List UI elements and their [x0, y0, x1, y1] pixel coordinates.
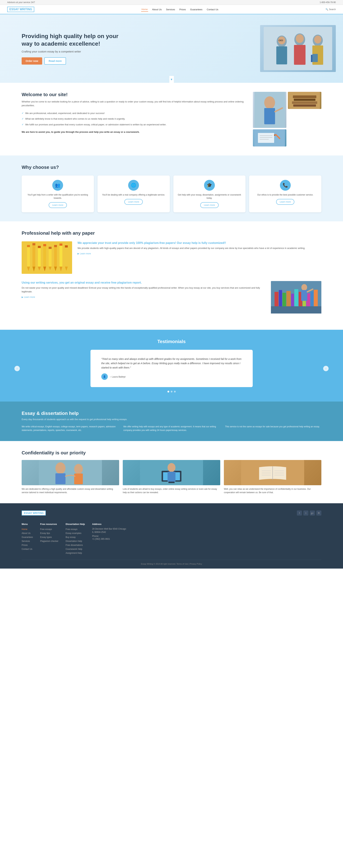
- footer-link-contact[interactable]: Contact Us: [22, 548, 32, 550]
- advisors-text: Advisors at your service 24/7: [7, 1, 35, 4]
- svg-rect-51: [65, 245, 68, 267]
- svg-rect-21: [292, 101, 317, 104]
- hero-people-image: [260, 25, 336, 72]
- hero-buttons: Order now Read more: [22, 57, 130, 65]
- why-card-3: 🎓 Get help with your essay, dissertation…: [173, 176, 246, 212]
- footer-logo-highlight: WRITING: [33, 512, 44, 515]
- welcome-intro: Whether you've come to our website looki…: [22, 100, 246, 107]
- order-now-button[interactable]: Order now: [22, 57, 42, 65]
- why-icon-3: 🎓: [204, 180, 215, 191]
- footer-address-line2: IL 60604-2542: [92, 531, 126, 533]
- why-cards: 👥 You'll get help from a writer with the…: [22, 176, 321, 212]
- footer-link-home[interactable]: Home: [22, 528, 27, 530]
- footer-link-coursework-help[interactable]: Coursework Help: [66, 548, 82, 550]
- footer-link-assignment-help[interactable]: Assignment Help: [66, 552, 82, 554]
- welcome-images: [253, 92, 321, 147]
- why-learn-more-1[interactable]: Learn more: [49, 202, 67, 208]
- why-learn-more-4[interactable]: Learn more: [276, 199, 294, 205]
- main-nav: Home About Us Services Prices Guarantees…: [141, 7, 219, 12]
- pro-link-1[interactable]: ▶ Learn more: [77, 252, 305, 255]
- why-icon-1: 👥: [52, 180, 63, 191]
- read-more-button[interactable]: Read more: [44, 57, 66, 65]
- carousel-prev-button[interactable]: ‹: [14, 366, 20, 371]
- nav-services[interactable]: Services: [166, 7, 175, 11]
- welcome-image-1: [253, 92, 286, 128]
- svg-rect-24: [258, 133, 274, 143]
- footer-link-plagiarism-checker[interactable]: Plagiarism checker: [40, 540, 58, 542]
- carousel-next-button[interactable]: ›: [323, 366, 329, 371]
- search-icon: 🔍: [325, 8, 328, 11]
- footer-link-buy-essay[interactable]: Buy essay: [66, 536, 75, 538]
- carousel-dot-3[interactable]: [174, 391, 176, 393]
- nav-about[interactable]: About Us: [152, 7, 162, 11]
- nav-contact[interactable]: Contact Us: [206, 7, 219, 11]
- svg-rect-65: [311, 291, 313, 306]
- welcome-image-3: [253, 129, 286, 147]
- footer-logo[interactable]: ESSAY WRITING: [22, 510, 46, 516]
- footer-phone-number: +1 (582) 365-0601: [92, 538, 126, 540]
- hero-image: [260, 25, 336, 72]
- footer-link-guarantees[interactable]: Guarantees: [22, 536, 33, 538]
- testimonial-author: 👤 – Laura Baileyt: [101, 373, 242, 380]
- nav-prices[interactable]: Prices: [179, 7, 186, 11]
- why-card-4: 📞 Our ethos is to provide the best possi…: [249, 176, 321, 212]
- footer-link-essay-types[interactable]: Essay types: [40, 536, 52, 538]
- svg-rect-45: [54, 245, 57, 267]
- footer-link-dissertation-help[interactable]: Dissertation Help: [66, 540, 82, 542]
- carousel-dot-1[interactable]: [167, 391, 169, 393]
- footer-link-free-dissertations[interactable]: Free dissertations: [66, 544, 83, 547]
- svg-point-9: [314, 35, 321, 43]
- pro-row-2: Using our writing services, you get an o…: [22, 281, 321, 313]
- pro-title-1: We appreciate your trust and provide onl…: [77, 241, 305, 245]
- professional-section: Professional help with any paper: [0, 221, 343, 330]
- conf-card-3: Well, you can relax as we understand the…: [224, 460, 321, 494]
- conf-card-text-2: Lots of students are afraid to buy essay…: [123, 487, 220, 494]
- footer-link-essay-examples[interactable]: Essay examples: [66, 532, 81, 534]
- footer-col-resources-list: Free essays Essay tips Essay types Plagi…: [40, 528, 58, 542]
- essay-col-text-2: We offer writing help with essays and an…: [123, 425, 219, 432]
- nav-guarantees[interactable]: Guarantees: [190, 7, 203, 11]
- testimonials-heading: Testimonials: [22, 339, 321, 344]
- pro-title-2: Using our writing services, you get an o…: [22, 281, 266, 284]
- footer-link-prices[interactable]: Prices: [22, 544, 28, 547]
- author-avatar: 👤: [101, 373, 108, 380]
- svg-rect-74: [74, 473, 83, 484]
- footer-logo-text: ESSAY: [24, 512, 32, 515]
- footer-link-about[interactable]: About Us: [22, 532, 30, 534]
- search-button[interactable]: 🔍 Search: [325, 8, 336, 11]
- pro-link-2[interactable]: ▶ Learn more: [22, 296, 266, 298]
- footer-link-free-essays[interactable]: Free essays: [40, 528, 52, 530]
- chevron-down[interactable]: ▾: [169, 76, 174, 83]
- professional-heading: Professional help with any paper: [22, 230, 321, 236]
- nav-home[interactable]: Home: [141, 7, 148, 12]
- footer-col-menu: Menu Home About Us Guarantees Services P…: [22, 523, 33, 555]
- footer-col-address: Address 28 Decision Well Bar 6540 Chicag…: [92, 523, 126, 555]
- essay-section: Essay & dissertation help Every day thou…: [0, 402, 343, 441]
- why-card-text-3: Get help with your essay, dissertation, …: [176, 193, 243, 200]
- footer-link-diss-free-essays[interactable]: Free essays: [66, 528, 77, 530]
- header: ESSAY WRITING Home About Us Services Pri…: [0, 5, 343, 14]
- why-card-text-2: You'll be dealing with a real company of…: [100, 193, 167, 196]
- social-icon-gp[interactable]: g+: [310, 510, 315, 516]
- footer-link-services[interactable]: Services: [22, 540, 30, 542]
- footer-link-essay-tips[interactable]: Essay tips: [40, 532, 50, 534]
- why-learn-more-3[interactable]: Learn more: [200, 202, 218, 208]
- carousel-dot-2[interactable]: [171, 391, 172, 393]
- svg-point-71: [56, 462, 66, 474]
- welcome-list-item: We are professional, educated, experienc…: [22, 111, 246, 116]
- welcome-list-item: What we definitely know is that every st…: [22, 116, 246, 122]
- svg-rect-58: [282, 293, 286, 306]
- footer-col-dissertation-list: Free essays Essay examples Buy essay Dis…: [66, 528, 85, 554]
- social-icon-fb[interactable]: f: [297, 510, 302, 516]
- logo[interactable]: ESSAY WRITING: [7, 7, 34, 12]
- essay-col-1: We write critical essays, English essays…: [22, 425, 118, 432]
- why-learn-more-2[interactable]: Learn more: [124, 199, 143, 205]
- svg-rect-35: [32, 243, 35, 245]
- svg-point-28: [274, 134, 275, 136]
- svg-rect-66: [314, 290, 318, 306]
- social-icon-rss[interactable]: R: [316, 510, 321, 516]
- footer-col-dissertation: Dissertation Help Free essays Essay exam…: [66, 523, 85, 555]
- social-icon-tw[interactable]: t: [303, 510, 308, 516]
- svg-rect-33: [32, 243, 35, 267]
- footer-social: f t g+ R: [297, 510, 321, 516]
